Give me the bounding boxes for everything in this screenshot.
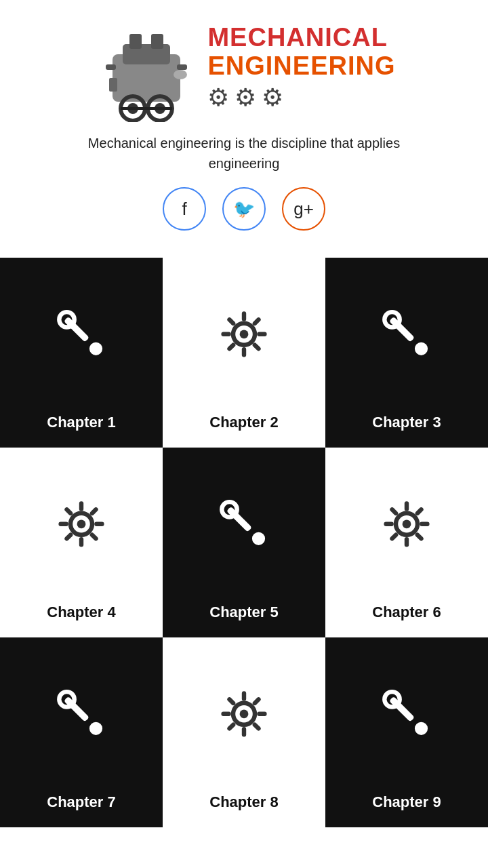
svg-point-54 (87, 719, 105, 738)
logo-text: MECHANICAL ENGINEERING ⚙ ⚙ ⚙ (207, 24, 395, 112)
wrench-icon-1 (54, 307, 108, 372)
header-section: MECHANICAL ENGINEERING ⚙ ⚙ ⚙ Mechanical … (0, 0, 488, 258)
gear-icon-6 (380, 497, 434, 562)
svg-rect-26 (389, 317, 415, 342)
svg-point-15 (87, 340, 105, 358)
wrench-icon-5 (217, 497, 271, 562)
svg-line-45 (418, 535, 422, 539)
chapter-cell-6[interactable]: Chapter 6 (325, 448, 488, 637)
twitter-icon: 🐦 (233, 199, 255, 220)
svg-line-51 (418, 509, 422, 513)
app-container: MECHANICAL ENGINEERING ⚙ ⚙ ⚙ Mechanical … (0, 0, 488, 827)
svg-line-19 (255, 345, 259, 349)
logo-area: MECHANICAL ENGINEERING ⚙ ⚙ ⚙ (92, 14, 395, 122)
svg-line-62 (230, 699, 234, 703)
svg-rect-52 (64, 696, 89, 722)
svg-rect-5 (177, 64, 187, 70)
chapter-label-9: Chapter 9 (372, 793, 441, 811)
svg-line-25 (255, 319, 259, 323)
svg-point-41 (249, 530, 268, 548)
svg-point-11 (174, 70, 187, 79)
gear-icon-4 (54, 497, 108, 562)
chapter-label-3: Chapter 3 (372, 414, 441, 431)
svg-rect-39 (226, 507, 252, 532)
svg-line-36 (67, 509, 71, 513)
gear-deco-2: ⚙ (235, 83, 256, 112)
chapter-label-5: Chapter 5 (209, 604, 278, 621)
svg-line-21 (230, 345, 234, 349)
svg-point-56 (240, 709, 249, 718)
twitter-button[interactable]: 🐦 (222, 187, 266, 231)
gear-deco-3: ⚙ (262, 83, 283, 112)
svg-rect-12 (109, 78, 117, 92)
chapters-grid: Chapter 1 Chapter 2 Chapter 3 Chapter 4 (0, 258, 488, 827)
logo-icon (92, 14, 201, 122)
chapter-label-4: Chapter 4 (47, 604, 115, 621)
svg-rect-13 (64, 317, 89, 342)
chapter-cell-7[interactable]: Chapter 7 (0, 637, 163, 827)
svg-rect-2 (129, 34, 142, 49)
svg-point-67 (412, 719, 430, 738)
svg-point-30 (77, 519, 86, 528)
svg-rect-4 (106, 64, 116, 70)
svg-line-49 (392, 509, 396, 513)
social-buttons-row: f 🐦 g+ (163, 187, 325, 231)
chapter-label-1: Chapter 1 (47, 414, 115, 431)
google-plus-button[interactable]: g+ (282, 187, 325, 231)
svg-line-32 (92, 535, 96, 539)
svg-point-17 (240, 330, 249, 338)
logo-gears-decorative: ⚙ ⚙ ⚙ (207, 83, 283, 112)
chapter-cell-2[interactable]: Chapter 2 (163, 258, 325, 448)
wrench-icon-9 (380, 687, 434, 752)
svg-line-58 (255, 725, 259, 729)
chapter-cell-8[interactable]: Chapter 8 (163, 637, 325, 827)
svg-line-23 (230, 319, 234, 323)
chapter-cell-5[interactable]: Chapter 5 (163, 448, 325, 637)
svg-line-47 (392, 535, 396, 539)
chapter-label-8: Chapter 8 (209, 793, 278, 811)
svg-point-43 (403, 519, 411, 528)
chapter-label-2: Chapter 2 (209, 414, 278, 431)
chapter-cell-1[interactable]: Chapter 1 (0, 258, 163, 448)
svg-rect-65 (389, 696, 415, 722)
svg-point-28 (412, 340, 430, 358)
logo-mechanical: MECHANICAL (207, 24, 387, 52)
svg-line-60 (230, 725, 234, 729)
google-plus-icon: g+ (293, 199, 314, 220)
facebook-icon: f (182, 199, 186, 220)
chapter-label-7: Chapter 7 (47, 793, 115, 811)
gear-icon-2 (217, 307, 271, 372)
facebook-button[interactable]: f (163, 187, 206, 231)
gear-deco-1: ⚙ (207, 83, 229, 112)
svg-line-38 (92, 509, 96, 513)
svg-line-64 (255, 699, 259, 703)
logo-engineering: ENGINEERING (207, 52, 395, 81)
chapter-cell-4[interactable]: Chapter 4 (0, 448, 163, 637)
chapter-cell-3[interactable]: Chapter 3 (325, 258, 488, 448)
svg-rect-3 (151, 34, 163, 49)
wrench-icon-3 (380, 307, 434, 372)
svg-line-34 (67, 535, 71, 539)
chapter-cell-9[interactable]: Chapter 9 (325, 637, 488, 827)
wrench-icon-7 (54, 687, 108, 752)
chapter-label-6: Chapter 6 (372, 604, 441, 621)
gear-icon-8 (217, 687, 271, 752)
app-description: Mechanical engineering is the discipline… (81, 133, 407, 174)
